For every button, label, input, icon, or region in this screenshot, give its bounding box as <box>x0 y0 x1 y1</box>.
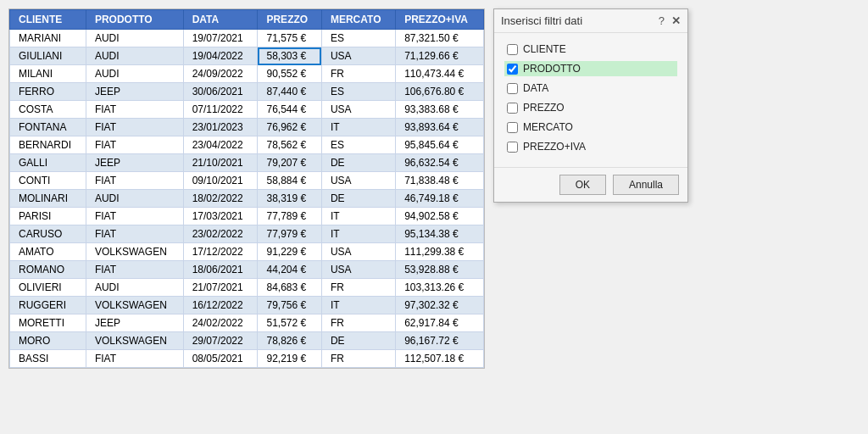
table-cell[interactable]: DE <box>321 190 395 208</box>
table-cell[interactable]: 111,299.38 € <box>396 243 484 261</box>
table-cell[interactable]: 62,917.84 € <box>396 314 484 332</box>
table-cell[interactable]: USA <box>321 243 395 261</box>
table-cell[interactable]: 46,749.18 € <box>396 190 484 208</box>
table-cell[interactable]: BASSI <box>10 350 86 368</box>
table-cell[interactable]: 76,962 € <box>258 119 321 136</box>
table-cell[interactable]: MARIANI <box>10 30 86 47</box>
table-cell[interactable]: 93,383.68 € <box>396 101 484 119</box>
table-cell[interactable]: 79,207 € <box>258 154 321 172</box>
table-cell[interactable]: 16/12/2022 <box>183 297 258 314</box>
table-cell[interactable]: IT <box>321 208 395 225</box>
table-row[interactable]: AMATOVOLKSWAGEN17/12/202291,229 €USA111,… <box>10 243 484 261</box>
table-cell[interactable]: FIAT <box>86 172 183 190</box>
table-cell[interactable]: 08/05/2021 <box>183 350 258 368</box>
table-cell[interactable]: 110,473.44 € <box>396 65 484 83</box>
table-cell[interactable]: PARISI <box>10 208 86 225</box>
table-cell[interactable]: 84,683 € <box>258 279 321 297</box>
table-cell[interactable]: 112,507.18 € <box>396 350 484 368</box>
table-cell[interactable]: COSTA <box>10 101 86 119</box>
table-row[interactable]: MARIANIAUDI19/07/202171,575 €ES87,321.50… <box>10 30 484 47</box>
table-cell[interactable]: FIAT <box>86 208 183 225</box>
table-cell[interactable]: 58,303 € <box>258 47 321 65</box>
filter-checkbox-prezzo[interactable] <box>507 103 518 114</box>
table-row[interactable]: FONTANAFIAT23/01/202376,962 €IT93,893.64… <box>10 119 484 136</box>
table-cell[interactable]: 92,219 € <box>258 350 321 368</box>
table-row[interactable]: CONTIFIAT09/10/202158,884 €USA71,838.48 … <box>10 172 484 190</box>
table-cell[interactable]: AUDI <box>86 30 183 47</box>
table-cell[interactable]: JEEP <box>86 83 183 101</box>
filter-checkbox-item-prezzo+iva[interactable]: PREZZO+IVA <box>504 139 677 154</box>
table-cell[interactable]: 58,884 € <box>258 172 321 190</box>
table-cell[interactable]: 97,302.32 € <box>396 297 484 314</box>
table-cell[interactable]: 96,167.72 € <box>396 332 484 350</box>
table-cell[interactable]: 24/02/2022 <box>183 314 258 332</box>
table-cell[interactable]: 18/06/2021 <box>183 261 258 279</box>
table-cell[interactable]: MORO <box>10 332 86 350</box>
table-cell[interactable]: ROMANO <box>10 261 86 279</box>
table-cell[interactable]: 93,893.64 € <box>396 119 484 136</box>
table-cell[interactable]: 71,575 € <box>258 30 321 47</box>
filter-checkbox-prezzo+iva[interactable] <box>507 142 518 153</box>
table-cell[interactable]: FIAT <box>86 261 183 279</box>
table-cell[interactable]: USA <box>321 261 395 279</box>
table-row[interactable]: CARUSOFIAT23/02/202277,979 €IT95,134.38 … <box>10 225 484 243</box>
table-cell[interactable]: 21/07/2021 <box>183 279 258 297</box>
table-cell[interactable]: FIAT <box>86 225 183 243</box>
table-cell[interactable]: 77,979 € <box>258 225 321 243</box>
table-cell[interactable]: 78,826 € <box>258 332 321 350</box>
table-cell[interactable]: 07/11/2022 <box>183 101 258 119</box>
table-cell[interactable]: FR <box>321 65 395 83</box>
filter-checkbox-item-cliente[interactable]: CLIENTE <box>504 42 677 57</box>
filter-checkbox-data[interactable] <box>507 83 518 94</box>
table-cell[interactable]: 90,552 € <box>258 65 321 83</box>
table-cell[interactable]: GIULIANI <box>10 47 86 65</box>
table-row[interactable]: GIULIANIAUDI19/04/202258,303 €USA71,129.… <box>10 47 484 65</box>
table-cell[interactable]: FERRO <box>10 83 86 101</box>
table-cell[interactable]: FONTANA <box>10 119 86 136</box>
table-cell[interactable]: AMATO <box>10 243 86 261</box>
table-cell[interactable]: VOLKSWAGEN <box>86 243 183 261</box>
table-cell[interactable]: 103,313.26 € <box>396 279 484 297</box>
filter-checkbox-mercato[interactable] <box>507 122 518 133</box>
table-cell[interactable]: FIAT <box>86 136 183 154</box>
table-cell[interactable]: DE <box>321 154 395 172</box>
filter-checkbox-cliente[interactable] <box>507 44 518 55</box>
table-cell[interactable]: 17/12/2022 <box>183 243 258 261</box>
table-cell[interactable]: 87,440 € <box>258 83 321 101</box>
filter-checkbox-item-mercato[interactable]: MERCATO <box>504 120 677 135</box>
table-cell[interactable]: 71,838.48 € <box>396 172 484 190</box>
table-cell[interactable]: 94,902.58 € <box>396 208 484 225</box>
table-cell[interactable]: 91,229 € <box>258 243 321 261</box>
table-cell[interactable]: OLIVIERI <box>10 279 86 297</box>
table-row[interactable]: GALLIJEEP21/10/202179,207 €DE96,632.54 € <box>10 154 484 172</box>
table-cell[interactable]: BERNARDI <box>10 136 86 154</box>
table-cell[interactable]: JEEP <box>86 314 183 332</box>
table-cell[interactable]: 21/10/2021 <box>183 154 258 172</box>
table-cell[interactable]: IT <box>321 119 395 136</box>
dialog-help-button[interactable]: ? <box>659 14 665 27</box>
table-cell[interactable]: 44,204 € <box>258 261 321 279</box>
table-cell[interactable]: 78,562 € <box>258 136 321 154</box>
table-cell[interactable]: 09/10/2021 <box>183 172 258 190</box>
table-cell[interactable]: AUDI <box>86 279 183 297</box>
table-row[interactable]: PARISIFIAT17/03/202177,789 €IT94,902.58 … <box>10 208 484 225</box>
table-cell[interactable]: 38,319 € <box>258 190 321 208</box>
table-cell[interactable]: 106,676.80 € <box>396 83 484 101</box>
table-cell[interactable]: DE <box>321 332 395 350</box>
table-cell[interactable]: FIAT <box>86 119 183 136</box>
table-cell[interactable]: 24/09/2022 <box>183 65 258 83</box>
table-cell[interactable]: 18/02/2022 <box>183 190 258 208</box>
table-cell[interactable]: 71,129.66 € <box>396 47 484 65</box>
table-cell[interactable]: MILANI <box>10 65 86 83</box>
dialog-close-button[interactable]: ✕ <box>671 14 681 27</box>
table-cell[interactable]: 53,928.88 € <box>396 261 484 279</box>
table-cell[interactable]: USA <box>321 172 395 190</box>
cancel-button[interactable]: Annulla <box>613 175 679 195</box>
table-cell[interactable]: RUGGERI <box>10 297 86 314</box>
filter-checkbox-prodotto[interactable] <box>507 64 518 75</box>
table-cell[interactable]: ES <box>321 30 395 47</box>
table-cell[interactable]: 29/07/2022 <box>183 332 258 350</box>
table-row[interactable]: COSTAFIAT07/11/202276,544 €USA93,383.68 … <box>10 101 484 119</box>
table-cell[interactable]: IT <box>321 225 395 243</box>
table-cell[interactable]: 30/06/2021 <box>183 83 258 101</box>
